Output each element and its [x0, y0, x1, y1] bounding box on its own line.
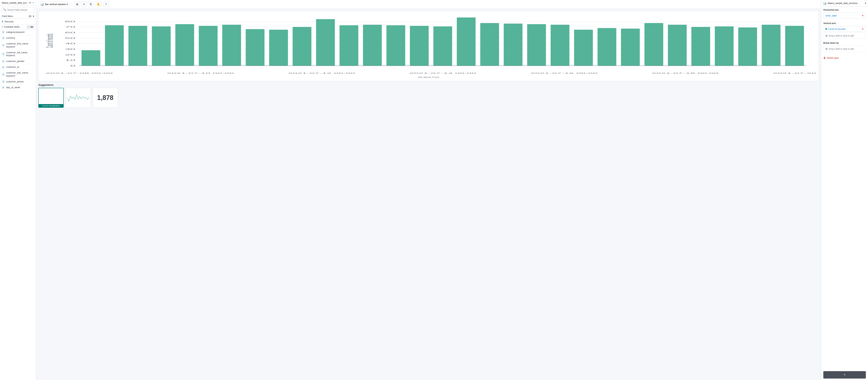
suggestion-card-content: 1,878 — [93, 88, 118, 107]
toolbar: 📊 Bar vertical stacked ▾ ⊞ ≡ ⇅ ✋ ⇧ — [36, 0, 821, 9]
data-source-label: kibana_sample_data_eco... — [2, 2, 28, 4]
available-fields-label: Available fields — [4, 26, 26, 28]
chart-type-chevron: ▾ — [66, 3, 68, 6]
content-area: 01020304050607080Count of records2021-07… — [36, 9, 821, 380]
field-type-icon: t — [2, 36, 5, 39]
suggestion-card[interactable]: 1,878 — [93, 88, 118, 108]
records-item[interactable]: # Records — [0, 19, 36, 24]
field-item[interactable]: t customer_first_name. keyword — [0, 41, 36, 50]
data-source-selector[interactable]: kibana_sample_data_eco... ▾ — [0, 0, 36, 6]
svg-rect-36 — [480, 23, 499, 66]
drop-zone-icon-1: ⊕ — [825, 34, 828, 37]
search-input[interactable] — [7, 8, 36, 11]
field-filters-label: Field filters — [2, 15, 28, 18]
reset-layer-button[interactable]: 🗑 Reset layer — [823, 55, 866, 61]
svg-text:60: 60 — [65, 31, 75, 34]
right-panel-chevron[interactable]: ▾ — [865, 2, 866, 4]
svg-rect-42 — [621, 29, 640, 66]
field-item[interactable]: t customer_last_name. keyword — [0, 70, 36, 79]
svg-rect-37 — [504, 24, 523, 66]
records-label: Records — [5, 20, 13, 23]
drop-zone-icon-2: ⊕ — [825, 47, 828, 50]
toolbar-btn-4[interactable]: ✋ — [95, 1, 102, 7]
vertical-axis-field: Count of records ✕ — [823, 26, 866, 32]
field-item[interactable]: t customer_phone — [0, 79, 36, 85]
svg-rect-29 — [316, 19, 335, 66]
suggestions-section: Suggestions Current visualization 1,878 — [38, 83, 819, 108]
field-filters[interactable]: Field filters 0 ▾ — [0, 14, 36, 19]
svg-rect-45 — [691, 27, 710, 66]
horizontal-axis-field-name[interactable]: order_date — [825, 14, 861, 17]
vertical-axis-section: Vertical axis Count of records ✕ ⊕ Drop … — [823, 22, 866, 39]
toolbar-btn-1[interactable]: ⊞ — [74, 1, 80, 7]
suggestions-row: Current visualization 1,878 — [38, 88, 819, 108]
toolbar-btn-5[interactable]: ⇧ — [103, 1, 109, 7]
svg-text:0: 0 — [70, 65, 75, 67]
field-item[interactable]: t currency — [0, 35, 36, 41]
svg-rect-30 — [340, 25, 359, 66]
svg-rect-49 — [785, 26, 804, 66]
svg-rect-34 — [433, 26, 452, 66]
field-item[interactable]: t day_of_week — [0, 85, 36, 91]
search-icon: 🔍 — [3, 8, 6, 11]
svg-text:Count of records: Count of records — [44, 34, 55, 48]
svg-text:30: 30 — [65, 48, 75, 50]
svg-text:20: 20 — [65, 54, 75, 56]
records-hash-icon: # — [2, 20, 3, 23]
vertical-axis-label: Vertical axis — [823, 22, 866, 25]
svg-rect-27 — [269, 30, 288, 66]
chart-x-label: order_date per 12 hours — [41, 76, 816, 78]
svg-text:80: 80 — [65, 21, 75, 23]
svg-rect-21 — [128, 26, 147, 66]
field-type-icon: t — [2, 31, 5, 34]
field-type-icon: t — [2, 66, 5, 69]
vertical-axis-drop-zone[interactable]: ⊕ Drop a field or click to add — [823, 33, 866, 39]
vertical-axis-field-name[interactable]: Count of records — [828, 28, 861, 30]
svg-text:2021-07-12 00:00: 2021-07-12 00:00 — [288, 72, 355, 74]
available-fields-info-icon[interactable]: i — [27, 26, 29, 28]
svg-rect-23 — [176, 24, 194, 66]
svg-text:2021-07-14 00:00: 2021-07-14 00:00 — [409, 72, 476, 74]
field-item[interactable]: t category.keyword — [0, 30, 36, 35]
field-filters-count: 0 — [28, 15, 32, 18]
breakdown-section: Break down by ⊕ Drop a field or click to… — [823, 42, 866, 52]
svg-rect-41 — [597, 28, 616, 66]
horizontal-axis-section: Horizontal axis order_date ✕ — [823, 9, 866, 19]
field-item[interactable]: t customer_id — [0, 64, 36, 70]
chart-type-button[interactable]: 📊 Bar vertical stacked ▾ — [38, 1, 70, 7]
trash-icon: 🗑 — [823, 56, 826, 59]
svg-text:40: 40 — [65, 43, 75, 45]
field-name-label: day_of_week — [6, 86, 20, 89]
field-item[interactable]: t customer_full_name. keyword — [0, 50, 36, 59]
field-item[interactable]: t customer_gender — [0, 59, 36, 64]
available-fields-header: ▾ Available fields i 45 — [0, 24, 36, 30]
svg-rect-38 — [527, 24, 546, 66]
breakdown-drop-zone[interactable]: ⊕ Drop a field or click to add — [823, 46, 866, 52]
right-panel-chart-icon: 📊 — [823, 1, 827, 5]
svg-rect-48 — [762, 25, 780, 66]
main-area: 📊 Bar vertical stacked ▾ ⊞ ≡ ⇅ ✋ ⇧ 01020… — [36, 0, 821, 380]
toolbar-btn-3[interactable]: ⇅ — [88, 1, 93, 7]
suggestion-card[interactable] — [65, 88, 91, 108]
svg-rect-28 — [292, 27, 311, 66]
svg-rect-44 — [668, 25, 687, 66]
chart-type-icon: 📊 — [40, 3, 44, 6]
suggestion-number: 1,878 — [97, 94, 113, 102]
vertical-axis-remove[interactable]: ✕ — [862, 28, 864, 30]
suggestion-card[interactable]: Current visualization — [38, 88, 64, 108]
svg-text:70: 70 — [65, 26, 75, 28]
suggestion-card-content — [66, 88, 91, 107]
add-layer-button[interactable]: + — [823, 371, 866, 379]
right-panel-source: kibana_sample_data_ecomme... — [828, 2, 864, 4]
svg-rect-32 — [386, 25, 405, 66]
suggestion-label: Current visualization — [39, 104, 63, 107]
chart-container: 01020304050607080Count of records2021-07… — [38, 11, 819, 81]
field-name-label: customer_last_name. keyword — [6, 71, 34, 77]
svg-rect-22 — [152, 26, 171, 66]
horizontal-axis-remove[interactable]: ✕ — [862, 14, 864, 17]
svg-rect-40 — [574, 30, 593, 66]
available-fields-chevron[interactable]: ▾ — [2, 26, 3, 28]
more-options-icon[interactable] — [32, 3, 34, 3]
toolbar-btn-2[interactable]: ≡ — [81, 2, 86, 7]
vertical-axis-drop-label: Drop a field or click to add — [829, 35, 854, 37]
